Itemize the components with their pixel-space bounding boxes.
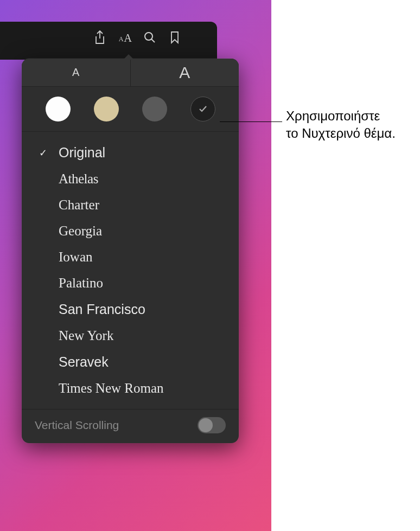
appearance-popover: A A ✓ Original Athelas Charter Georgia xyxy=(22,59,239,443)
font-item-original[interactable]: ✓ Original xyxy=(22,139,239,166)
theme-sepia-button[interactable] xyxy=(94,97,119,121)
font-item-charter[interactable]: Charter xyxy=(22,192,239,218)
font-label: Seravek xyxy=(59,354,109,370)
checkmark-icon: ✓ xyxy=(39,147,47,159)
vertical-scrolling-row: Vertical Scrolling xyxy=(22,409,239,443)
svg-point-2 xyxy=(145,33,152,40)
vertical-scrolling-label: Vertical Scrolling xyxy=(35,419,119,432)
bookmark-icon[interactable] xyxy=(167,30,182,45)
font-item-georgia[interactable]: Georgia xyxy=(22,218,239,244)
callout-line xyxy=(220,121,282,122)
decrease-font-button[interactable]: A xyxy=(22,59,131,86)
font-list: ✓ Original Athelas Charter Georgia Iowan… xyxy=(22,132,239,409)
svg-text:A: A xyxy=(124,32,132,43)
font-label: Palatino xyxy=(59,276,103,291)
font-item-palatino[interactable]: Palatino xyxy=(22,270,239,296)
share-icon[interactable] xyxy=(92,30,107,45)
font-item-san-francisco[interactable]: San Francisco xyxy=(22,296,239,323)
increase-font-button[interactable]: A xyxy=(131,59,239,86)
callout-text: Χρησιμοποιήστε το Νυχτερινό θέμα. xyxy=(286,107,396,143)
font-label: Georgia xyxy=(59,223,102,239)
font-size-row: A A xyxy=(22,59,239,87)
font-label: Charter xyxy=(59,197,99,213)
svg-text:A: A xyxy=(119,35,124,43)
theme-row xyxy=(22,87,239,132)
theme-gray-button[interactable] xyxy=(142,97,167,121)
appearance-icon[interactable]: A A xyxy=(117,30,132,45)
callout-line-2: το Νυχτερινό θέμα. xyxy=(286,125,396,142)
font-label: Original xyxy=(59,145,105,161)
theme-night-button[interactable] xyxy=(190,97,215,121)
vertical-scrolling-toggle[interactable] xyxy=(198,417,226,433)
font-item-seravek[interactable]: Seravek xyxy=(22,349,239,375)
font-item-athelas[interactable]: Athelas xyxy=(22,166,239,192)
toolbar: A A xyxy=(92,30,182,45)
font-item-new-york[interactable]: New York xyxy=(22,323,239,349)
popover-arrow xyxy=(123,54,134,60)
decrease-font-label: A xyxy=(72,66,79,79)
font-item-iowan[interactable]: Iowan xyxy=(22,244,239,270)
callout-line-1: Χρησιμοποιήστε xyxy=(286,107,396,125)
font-label: San Francisco xyxy=(59,302,145,317)
theme-white-button[interactable] xyxy=(46,97,71,121)
search-icon[interactable] xyxy=(142,30,157,45)
toggle-knob xyxy=(199,418,213,432)
font-label: Times New Roman xyxy=(59,381,164,396)
font-label: Athelas xyxy=(59,171,98,187)
font-item-times-new-roman[interactable]: Times New Roman xyxy=(22,375,239,401)
checkmark-icon xyxy=(198,104,208,114)
font-label: New York xyxy=(59,328,113,343)
increase-font-label: A xyxy=(179,63,190,82)
font-label: Iowan xyxy=(59,249,92,265)
